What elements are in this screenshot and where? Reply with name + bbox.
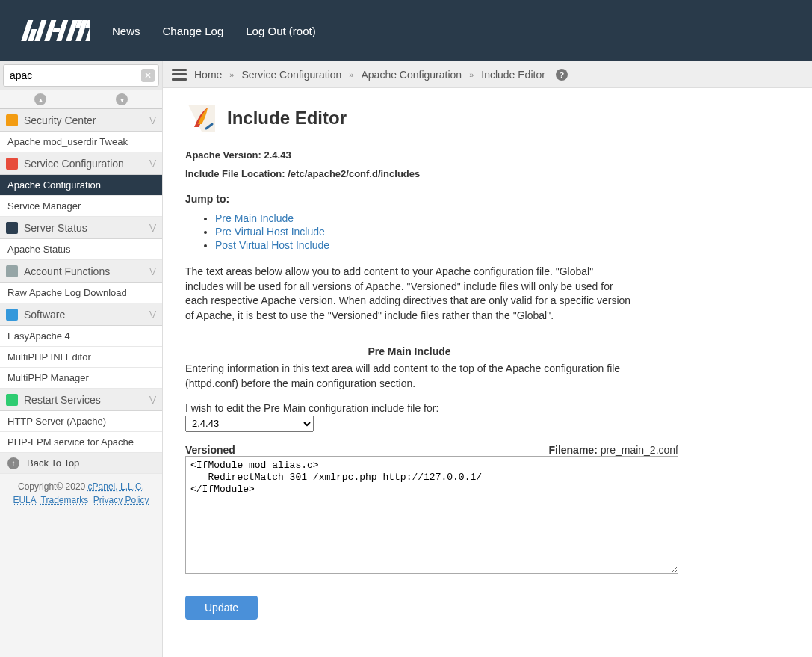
sidebar-item[interactable]: MultiPHP INI Editor [0, 347, 162, 368]
sidebar-category[interactable]: Account Functions⋁ [0, 260, 162, 283]
collapse-all-button[interactable]: ▴ [0, 90, 81, 108]
sidebar-footer: Copyright© 2020 cPanel, L.L.C. EULA Trad… [0, 474, 162, 513]
sidebar-item[interactable]: EasyApache 4 [0, 326, 162, 347]
top-nav: News Change Log Log Out (root) [112, 25, 316, 37]
jump-to-label: Jump to: [185, 193, 790, 205]
sidebar-category[interactable]: Security Center⋁ [0, 109, 162, 132]
crumb-service-config[interactable]: Service Configuration [241, 69, 341, 81]
chevron-right-icon: » [229, 70, 234, 79]
sidebar-item[interactable]: Apache mod_userdir Tweak [0, 132, 162, 152]
nav-news[interactable]: News [112, 25, 140, 37]
sidebar-category[interactable]: Server Status⋁ [0, 217, 162, 239]
section-desc: Entering information in this text area w… [185, 362, 633, 391]
sidebar: ✕ ▴ ▾ Security Center⋁Apache mod_userdir… [0, 61, 163, 657]
search-clear-icon[interactable]: ✕ [141, 69, 155, 82]
select-label: I wish to edit the Pre Main configuratio… [185, 402, 790, 414]
jump-pre-vhost[interactable]: Pre Virtual Host Include [215, 226, 325, 238]
sidebar-item[interactable]: HTTP Server (Apache) [0, 411, 162, 432]
search-row: ✕ [0, 61, 162, 90]
eula-link[interactable]: EULA [13, 495, 36, 505]
chevron-down-icon: ⋁ [149, 309, 156, 319]
include-loc-value: /etc/apache2/conf.d/includes [288, 168, 420, 179]
sidebar-item[interactable]: Service Manager [0, 196, 162, 217]
page-title: Include Editor [227, 108, 347, 129]
nav-change-log[interactable]: Change Log [163, 25, 224, 37]
jump-post-vhost[interactable]: Post Virtual Host Include [215, 239, 329, 251]
sidebar-category[interactable]: Service Configuration⋁ [0, 152, 162, 175]
filename-value: pre_main_2.conf [601, 444, 678, 456]
collapse-row: ▴ ▾ [0, 90, 162, 109]
sidebar-item[interactable]: Raw Apache Log Download [0, 283, 162, 303]
sidebar-category[interactable]: Software⋁ [0, 303, 162, 326]
crumb-current: Include Editor [481, 69, 545, 81]
apache-feather-icon [185, 102, 218, 135]
svg-rect-6 [66, 20, 78, 41]
category-label: Server Status [24, 222, 87, 234]
trademarks-link[interactable]: Trademarks [41, 495, 89, 505]
breadcrumb-bar: Home » Service Configuration » Apache Co… [163, 61, 812, 88]
category-icon [6, 265, 18, 277]
update-button[interactable]: Update [185, 596, 258, 620]
category-label: Service Configuration [24, 158, 124, 170]
help-icon[interactable]: ? [556, 69, 568, 81]
versioned-label: Versioned [185, 444, 235, 456]
jump-list: Pre Main Include Pre Virtual Host Includ… [215, 212, 790, 251]
category-label: Security Center [24, 114, 96, 126]
search-input[interactable] [3, 64, 159, 87]
nav-log-out[interactable]: Log Out (root) [246, 25, 315, 37]
category-label: Account Functions [24, 265, 110, 277]
filename-label: Filename: [548, 444, 597, 456]
back-to-top[interactable]: ↑ Back To Top [0, 453, 162, 474]
caret-up-icon: ▴ [34, 93, 46, 105]
category-icon [6, 222, 18, 234]
sidebar-category[interactable]: Restart Services⋁ [0, 389, 162, 411]
chevron-down-icon: ⋁ [149, 158, 156, 168]
category-icon [6, 394, 18, 406]
copyright-text: Copyright© 2020 [18, 481, 88, 492]
jump-pre-main[interactable]: Pre Main Include [215, 212, 294, 224]
apache-version-label: Apache Version: [185, 149, 261, 161]
crumb-apache-config[interactable]: Apache Configuration [361, 69, 462, 81]
chevron-down-icon: ⋁ [149, 266, 156, 276]
expand-all-button[interactable]: ▾ [81, 90, 162, 108]
sidebar-item[interactable]: PHP-FPM service for Apache [0, 432, 162, 453]
sidebar-item[interactable]: Apache Configuration [0, 175, 162, 196]
content: Include Editor Apache Version: 2.4.43 In… [163, 88, 812, 633]
back-to-top-label: Back To Top [27, 457, 79, 469]
version-select[interactable]: 2.4.43 [185, 416, 314, 432]
category-icon [6, 114, 18, 126]
category-label: Restart Services [24, 394, 101, 406]
chevron-down-icon: ⋁ [149, 395, 156, 404]
arrow-up-icon: ↑ [7, 457, 19, 469]
apache-version-value: 2.4.43 [264, 149, 291, 161]
top-header: News Change Log Log Out (root) [0, 0, 812, 61]
cpanel-link[interactable]: cPanel, L.L.C. [88, 481, 144, 492]
chevron-right-icon: » [469, 70, 474, 79]
chevron-right-icon: » [349, 70, 353, 79]
section-heading: Pre Main Include [185, 345, 633, 357]
caret-down-icon: ▾ [116, 93, 128, 105]
crumb-home[interactable]: Home [194, 69, 222, 81]
sidebar-item[interactable]: Apache Status [0, 239, 162, 260]
hamburger-icon[interactable] [172, 69, 187, 81]
category-label: Software [24, 309, 65, 321]
chevron-down-icon: ⋁ [149, 223, 156, 232]
description-text: The text areas below allow you to add co… [185, 265, 633, 323]
chevron-down-icon: ⋁ [149, 115, 156, 125]
include-loc-label: Include File Location: [185, 168, 285, 179]
main: Home » Service Configuration » Apache Co… [163, 61, 812, 657]
sidebar-item[interactable]: MultiPHP Manager [0, 368, 162, 389]
privacy-link[interactable]: Privacy Policy [93, 495, 149, 505]
whm-logo [15, 19, 90, 43]
category-icon [6, 158, 18, 170]
category-icon [6, 309, 18, 321]
include-textarea[interactable] [185, 456, 678, 574]
